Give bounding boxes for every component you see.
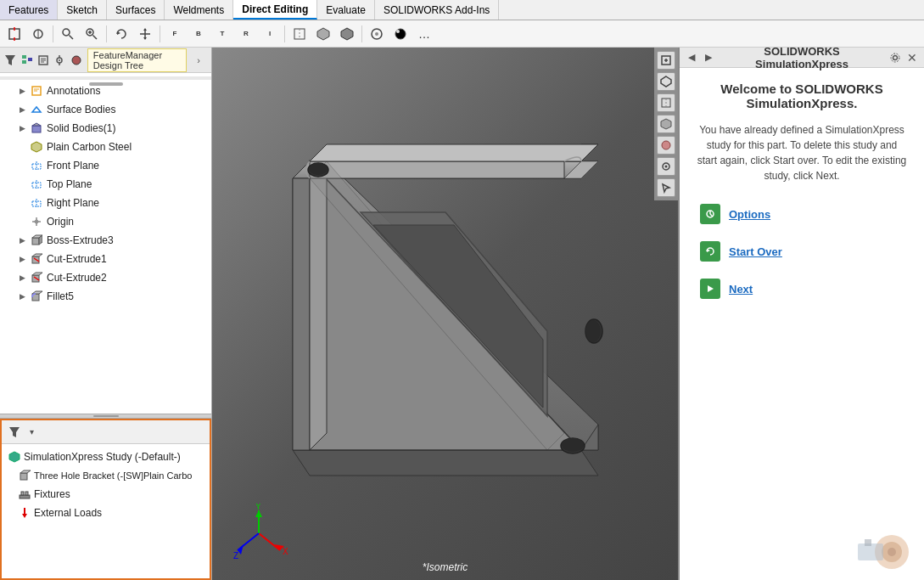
tree-item-origin[interactable]: ▶ Origin <box>0 212 211 231</box>
vt-section[interactable] <box>657 93 675 112</box>
menu-tab-addins[interactable]: SOLIDWORKS Add-Ins <box>375 0 499 20</box>
toolbar-move-face[interactable] <box>3 23 25 45</box>
surface-bodies-icon <box>30 103 43 116</box>
toolbar-separator-2 <box>106 25 107 42</box>
sim-bracket-item[interactable]: Three Hole Bracket (-[SW]Plain Carbo <box>2 466 210 485</box>
toolbar-shaded[interactable] <box>336 23 358 45</box>
menu-tab-evaluate[interactable]: Evaluate <box>317 0 375 20</box>
boss-extrude3-label: Boss-Extrude3 <box>47 234 114 246</box>
menu-tab-surfaces[interactable]: Surfaces <box>107 0 165 20</box>
toolbar-right-view[interactable]: R <box>235 23 257 45</box>
svg-line-93 <box>259 533 280 550</box>
toolbar-appearances[interactable] <box>389 23 412 45</box>
fm-filter-icon[interactable] <box>3 51 17 70</box>
simxpress-options-label[interactable]: Options <box>729 208 770 221</box>
simxpress-title: SOLIDWORKS SimulationXpress <box>717 45 887 70</box>
simxpress-start-over-label[interactable]: Start Over <box>729 245 782 258</box>
svg-point-5 <box>63 29 70 36</box>
svg-marker-70 <box>293 450 598 476</box>
toolbar-top-view[interactable]: T <box>211 23 233 45</box>
tree-item-right-plane[interactable]: ▶ Right Plane <box>0 194 211 212</box>
svg-marker-54 <box>32 254 42 256</box>
tree-item-top-plane[interactable]: ▶ Top Plane <box>0 175 211 194</box>
vt-look-at[interactable] <box>657 157 675 176</box>
fm-property-icon[interactable] <box>36 51 50 70</box>
fm-expand-icon[interactable]: › <box>189 51 208 70</box>
simxpress-next-label[interactable]: Next <box>729 283 753 296</box>
feature-manager-toolbar: FeatureManager Design Tree › <box>0 48 211 73</box>
tree-item-cut-extrude1[interactable]: ▶ Cut-Extrude1 <box>0 250 211 268</box>
expand-solid-bodies[interactable]: ▶ <box>17 123 27 133</box>
tree-item-solid-bodies[interactable]: ▶ Solid Bodies(1) <box>0 119 211 138</box>
simxpress-next-row[interactable]: Next <box>697 275 907 302</box>
tree-item-front-plane[interactable]: ▶ Front Plane <box>0 156 211 175</box>
expand-cut-extrude2[interactable]: ▶ <box>17 273 27 283</box>
expand-annotations[interactable]: ▶ <box>17 86 27 96</box>
sim-fixtures-item[interactable]: Fixtures <box>2 485 210 504</box>
vt-3d-pointer[interactable] <box>657 178 675 197</box>
toolbar-more[interactable]: … <box>413 23 435 45</box>
simxpress-start-over-icon <box>700 241 720 262</box>
simxpress-next-btn[interactable]: ▶ <box>700 49 717 66</box>
menu-bar: Features Sketch Surfaces Weldments Direc… <box>0 0 924 20</box>
vt-zoom-fit[interactable] <box>657 51 675 70</box>
tree-item-boss-extrude3[interactable]: ▶ Boss-Extrude3 <box>0 231 211 250</box>
sim-study-item[interactable]: SimulationXpress Study (-Default-) <box>2 448 210 466</box>
toolbar-section-view[interactable] <box>288 23 311 45</box>
tree-item-plain-carbon-steel[interactable]: ▶ Plain Carbon Steel <box>0 138 211 156</box>
tree-item-fillet5[interactable]: ▶ Fillet5 <box>0 287 211 306</box>
cut-extrude2-icon <box>30 271 43 284</box>
toolbar-pan[interactable] <box>134 23 156 45</box>
toolbar-materials[interactable] <box>366 23 388 45</box>
svg-rect-67 <box>25 492 28 495</box>
svg-point-21 <box>396 30 400 33</box>
toolbar-back-view[interactable]: B <box>188 23 210 45</box>
expand-cut-extrude1[interactable]: ▶ <box>17 254 27 264</box>
simxpress-logo-area <box>680 512 924 580</box>
toolbar-iso-view[interactable]: I <box>259 23 281 45</box>
expand-boss-extrude3[interactable]: ▶ <box>17 235 27 245</box>
svg-marker-12 <box>143 28 147 31</box>
simxpress-start-over-row[interactable]: Start Over <box>697 238 907 265</box>
fm-appearance-icon[interactable] <box>69 51 82 70</box>
expand-fillet5[interactable]: ▶ <box>17 291 27 301</box>
fm-config-icon[interactable] <box>53 51 66 70</box>
toolbar-display-style[interactable] <box>312 23 334 45</box>
sim-external-loads-item[interactable]: External Loads <box>2 504 210 522</box>
vt-view-orient[interactable] <box>657 72 675 91</box>
simxpress-options-row[interactable]: Options <box>697 200 907 228</box>
tree-item-cut-extrude2[interactable]: ▶ Cut-Extrude2 <box>0 268 211 287</box>
view-label: *Isometric <box>423 561 468 573</box>
fillet5-icon <box>30 290 43 303</box>
tree-item-surface-bodies[interactable]: ▶ Surface Bodies <box>0 100 211 119</box>
vt-display[interactable] <box>657 115 675 133</box>
fm-tree-icon[interactable] <box>20 51 33 70</box>
menu-tab-weldments[interactable]: Weldments <box>165 0 233 20</box>
origin-icon <box>30 215 43 228</box>
simxpress-gear-area <box>887 49 904 66</box>
simxpress-close-btn[interactable]: ✕ <box>904 49 921 66</box>
viewport[interactable]: X Y Z *Isometric <box>212 48 678 580</box>
sim-study-label: SimulationXpress Study (-Default-) <box>24 451 181 463</box>
svg-text:Y: Y <box>255 504 261 511</box>
simxpress-prev-btn[interactable]: ◀ <box>683 49 700 66</box>
simxpress-header-bar: ◀ ▶ SOLIDWORKS SimulationXpress ✕ <box>680 48 924 68</box>
sim-filter-icon[interactable] <box>5 423 24 442</box>
menu-tab-sketch[interactable]: Sketch <box>58 0 107 20</box>
menu-tab-features[interactable]: Features <box>0 0 58 20</box>
origin-label: Origin <box>47 216 74 228</box>
sim-fixtures-label: Fixtures <box>34 488 70 500</box>
toolbar-btn2[interactable] <box>27 23 49 45</box>
toolbar-rotate[interactable] <box>110 23 132 45</box>
toolbar-separator-1 <box>53 25 53 42</box>
toolbar-search[interactable] <box>57 23 79 45</box>
menu-tab-direct-editing[interactable]: Direct Editing <box>233 0 317 20</box>
toolbar-zoom[interactable] <box>81 23 103 45</box>
toolbar-separator-3 <box>160 25 160 42</box>
vt-materials[interactable] <box>657 136 675 155</box>
expand-surface-bodies[interactable]: ▶ <box>17 104 27 115</box>
axis-indicator: X Y Z <box>229 504 288 563</box>
toolbar-front-view[interactable]: F <box>164 23 186 45</box>
simxpress-gear-btn[interactable] <box>887 49 904 66</box>
svg-marker-16 <box>317 28 329 40</box>
